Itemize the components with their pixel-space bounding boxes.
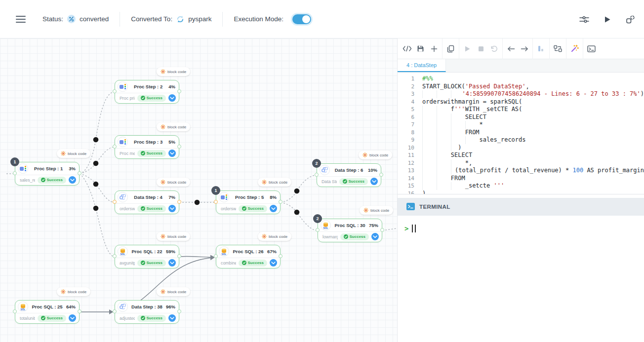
block-code-pill[interactable]: block code (258, 232, 291, 241)
node-expand-button[interactable] (69, 314, 76, 322)
node-proc-step-3[interactable]: Proc Step : 3 5% Proc means Success (115, 135, 179, 159)
code-view-icon[interactable] (401, 38, 414, 59)
code-line[interactable]: 12*, (398, 159, 644, 167)
block-code-pill[interactable]: block code (360, 206, 393, 215)
node-port-left[interactable] (113, 254, 117, 258)
node-port-left[interactable] (214, 200, 218, 204)
edge-waypoint-dot[interactable] (294, 210, 300, 215)
node-port-left[interactable] (113, 89, 117, 93)
node-port-right[interactable] (380, 228, 384, 232)
nav-forward-icon[interactable] (518, 38, 531, 59)
node-expand-button[interactable] (168, 94, 176, 102)
node-port-left[interactable] (113, 145, 117, 149)
node-port-right[interactable] (177, 89, 181, 93)
node-port-right[interactable] (78, 171, 81, 175)
code-line[interactable]: 13(total_profit / total_revenue) * 100 A… (398, 167, 644, 175)
block-code-pill[interactable]: block code (258, 178, 291, 187)
block-code-pill[interactable]: block code (57, 149, 90, 158)
node-proc-sql-25[interactable]: SQL Proc SQL : 25 64% totalunitssol... S… (15, 300, 80, 324)
terminal-body[interactable]: > (398, 216, 644, 342)
terminal-toggle-icon[interactable] (585, 38, 598, 59)
node-proc-sql-22[interactable]: SQL Proc SQL : 22 59% avgunitprice... Su… (115, 245, 179, 268)
code-line[interactable]: 1#%% (398, 75, 644, 83)
block-code-pill[interactable]: block code (157, 178, 190, 187)
code-line[interactable]: 14FROM (398, 175, 644, 183)
run-pipeline-icon[interactable] (604, 16, 611, 23)
node-port-right[interactable] (177, 145, 181, 149)
block-code-pill[interactable]: block code (157, 287, 190, 296)
code-line[interactable]: 7* (398, 121, 644, 129)
node-expand-button[interactable] (168, 150, 176, 157)
node-port-left[interactable] (214, 254, 218, 258)
code-line[interactable]: 8FROM (398, 129, 644, 137)
node-port-left[interactable] (13, 171, 17, 175)
code-line[interactable]: 10) (398, 144, 644, 152)
node-port-right[interactable] (279, 254, 282, 258)
node-expand-button[interactable] (370, 178, 378, 185)
node-proc-step-5[interactable]: 1 Proc Step : 5 8% orderswith... Success (216, 190, 281, 214)
edge-waypoint-dot[interactable] (294, 189, 300, 194)
save-icon[interactable] (414, 38, 427, 59)
block-code-pill[interactable]: block code (57, 287, 90, 296)
node-port-right[interactable] (78, 309, 81, 313)
node-port-left[interactable] (315, 173, 319, 177)
swap-icon[interactable] (551, 38, 564, 59)
filter-sliders-icon[interactable] (579, 15, 589, 24)
node-proc-sql-30[interactable]: 2 SQL Proc SQL : 30 75% lowmarginor... S… (318, 219, 382, 242)
tab-datastep[interactable]: 4 : DataStep (398, 59, 446, 72)
node-expand-button[interactable] (371, 233, 379, 240)
node-expand-button[interactable] (168, 259, 176, 266)
node-expand-button[interactable] (168, 314, 176, 322)
node-expand-button[interactable] (270, 205, 277, 212)
execution-mode-toggle[interactable] (292, 14, 311, 24)
code-line[interactable]: 9sales_records (398, 136, 644, 144)
node-port-left[interactable] (113, 309, 117, 313)
node-port-right[interactable] (177, 254, 181, 258)
code-line[interactable]: 11SELECT (398, 152, 644, 159)
add-block-icon[interactable] (427, 38, 441, 59)
node-port-right[interactable] (177, 200, 181, 204)
block-code-pill[interactable]: block code (359, 151, 392, 159)
code-line[interactable]: 2START_BLOCK('Passed DataStep', (398, 83, 644, 91)
edge-waypoint-dot[interactable] (93, 182, 99, 187)
edge-waypoint-dot[interactable] (93, 137, 99, 143)
code-line[interactable]: 15_setcte ''' (398, 182, 644, 190)
code-line[interactable]: 16) (398, 190, 644, 194)
nav-back-icon[interactable] (504, 38, 518, 59)
node-port-left[interactable] (13, 309, 17, 313)
code-line[interactable]: 6SELECT (398, 114, 644, 121)
node-port-right[interactable] (279, 200, 282, 204)
node-proc-step-2[interactable]: Proc Step : 2 4% Proc print Success (115, 80, 179, 104)
node-expand-button[interactable] (168, 205, 176, 212)
node-expand-button[interactable] (69, 176, 76, 184)
block-code-pill[interactable]: block code (157, 232, 190, 241)
node-port-left[interactable] (316, 228, 320, 232)
hamburger-menu-icon[interactable] (16, 16, 26, 23)
node-data-step-4[interactable]: Data Step : 4 7% orderswith... Success (115, 190, 179, 214)
code-line[interactable]: 3'4:5859907074586240894 - Lines: 6 - 27 … (398, 90, 644, 98)
group-nodes-icon[interactable] (626, 15, 635, 24)
pipeline-canvas[interactable]: block code Proc Step : 2 4% Proc print S… (0, 38, 397, 342)
node-data-step-6[interactable]: 2 Data Step : 6 10% Data Step Success (317, 163, 381, 187)
node-port-right[interactable] (177, 309, 181, 313)
node-proc-step-1[interactable]: 1 Proc Step : 1 3% sales_records Success (15, 162, 80, 186)
edge-waypoint-dot[interactable] (93, 161, 99, 166)
node-order-badge: 1 (211, 186, 220, 195)
terminal-header[interactable]: TERMINAL (398, 198, 644, 216)
node-proc-sql-26[interactable]: SQL Proc SQL : 26 67% combinedm... Succe… (216, 245, 281, 268)
node-port-right[interactable] (379, 173, 383, 177)
node-data-step-38[interactable]: Data Step : 38 96% adjustedunit... Succe… (115, 300, 179, 324)
copy-icon[interactable] (444, 38, 457, 59)
edge-waypoint-dot[interactable] (195, 200, 200, 205)
edge-waypoint-dot[interactable] (93, 206, 99, 211)
block-code-pill[interactable]: block code (157, 122, 190, 131)
code-line[interactable]: 4orderswithmargin = sparkSQL( (398, 98, 644, 106)
code-editor[interactable]: 1#%%2START_BLOCK('Passed DataStep',3'4:5… (398, 73, 644, 194)
code-line[interactable]: 5f'''WITH _setCTE AS( (398, 106, 644, 114)
block-code-pill[interactable]: block code (157, 67, 190, 76)
panel-resizer[interactable] (398, 194, 644, 198)
magic-wand-icon[interactable] (568, 38, 581, 59)
node-subtitle: Proc print (120, 96, 135, 101)
node-expand-button[interactable] (270, 259, 277, 266)
node-port-left[interactable] (113, 200, 117, 204)
